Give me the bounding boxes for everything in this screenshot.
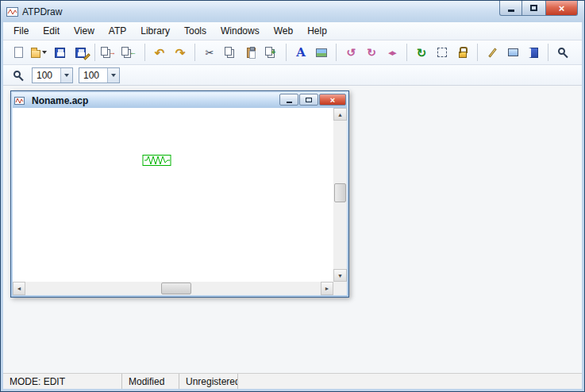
document-icon bbox=[14, 96, 25, 106]
mdi-area: Noname.acp × ▲ bbox=[3, 86, 582, 373]
maximize-icon bbox=[530, 5, 537, 11]
redo-button[interactable]: ↷ bbox=[170, 43, 191, 63]
drawing-canvas[interactable] bbox=[13, 108, 333, 282]
image-button[interactable] bbox=[311, 43, 332, 63]
zoom-magnifier-icon bbox=[10, 68, 26, 83]
minimize-button[interactable] bbox=[499, 1, 522, 16]
document-window-controls: × bbox=[279, 94, 346, 106]
edit-button[interactable] bbox=[482, 43, 502, 63]
save-icon bbox=[52, 45, 67, 60]
zoom-y-combo[interactable]: 100 bbox=[79, 67, 120, 83]
menubar: File Edit View ATP Library Tools Windows… bbox=[3, 22, 582, 40]
preview-button[interactable] bbox=[502, 43, 523, 63]
save-button[interactable] bbox=[49, 43, 70, 63]
flip-button[interactable]: ◀▶ bbox=[382, 43, 402, 63]
document-body: ▲ ▼ ◄ ► bbox=[13, 108, 347, 295]
copy-icon bbox=[222, 45, 238, 60]
zoom-x-combo[interactable]: 100 bbox=[32, 67, 73, 83]
scroll-right-icon[interactable]: ► bbox=[321, 282, 333, 295]
chevron-down-icon[interactable] bbox=[107, 68, 119, 83]
horizontal-scrollbar[interactable]: ◄ ► bbox=[13, 282, 333, 295]
close-button[interactable]: × bbox=[545, 1, 578, 16]
main-toolbar: → ← ↶ ↷ ✂ + A ↺ ↻ ◀▶ ↻ bbox=[3, 40, 582, 65]
document-title: Noname.acp bbox=[32, 95, 88, 106]
monitor-icon bbox=[505, 45, 521, 60]
menu-tools[interactable]: Tools bbox=[177, 23, 214, 39]
titlebar[interactable]: ATPDraw × bbox=[1, 1, 584, 22]
zoom-y-value: 100 bbox=[79, 68, 107, 83]
document-maximize-button[interactable] bbox=[299, 94, 318, 106]
menu-atp[interactable]: ATP bbox=[102, 23, 133, 39]
scroll-left-icon[interactable]: ◄ bbox=[13, 282, 25, 295]
client-area: File Edit View ATP Library Tools Windows… bbox=[3, 22, 582, 389]
export-button[interactable]: ← bbox=[120, 43, 140, 63]
horizontal-scroll-track[interactable] bbox=[25, 282, 321, 295]
toolbar-separator bbox=[548, 44, 548, 61]
document-minimize-button[interactable] bbox=[279, 94, 298, 106]
copy-button[interactable] bbox=[220, 43, 241, 63]
scroll-down-icon[interactable]: ▼ bbox=[333, 269, 347, 282]
minimize-icon bbox=[508, 10, 514, 12]
paste-button[interactable] bbox=[241, 43, 261, 63]
status-mode: MODE: EDIT bbox=[3, 374, 122, 389]
save-as-icon bbox=[72, 45, 88, 60]
menu-view[interactable]: View bbox=[67, 23, 102, 39]
document-window: Noname.acp × ▲ bbox=[10, 90, 349, 298]
rotate-left-icon: ↺ bbox=[343, 45, 359, 60]
select-region-button[interactable] bbox=[432, 43, 452, 63]
horizontal-scroll-thumb[interactable] bbox=[161, 282, 191, 294]
menu-file[interactable]: File bbox=[6, 23, 36, 39]
undo-icon: ↶ bbox=[152, 45, 167, 60]
undo-button[interactable]: ↶ bbox=[149, 43, 170, 63]
toolbar-separator bbox=[144, 44, 145, 61]
lock-icon bbox=[455, 45, 471, 60]
open-folder-icon bbox=[31, 45, 47, 60]
library-button[interactable] bbox=[523, 43, 544, 63]
zoom-button[interactable] bbox=[552, 43, 573, 63]
app-icon bbox=[6, 6, 18, 17]
selection-icon bbox=[434, 45, 450, 60]
pencil-icon bbox=[484, 45, 500, 60]
save-as-button[interactable] bbox=[70, 43, 90, 63]
text-button[interactable]: A bbox=[291, 43, 311, 63]
atpdraw-window: ATPDraw × File Edit View ATP Library Too… bbox=[0, 0, 585, 392]
vertical-scroll-track[interactable] bbox=[333, 121, 347, 269]
maximize-button[interactable] bbox=[522, 1, 545, 16]
image-icon bbox=[314, 45, 329, 60]
document-close-button[interactable]: × bbox=[319, 94, 346, 106]
duplicate-button[interactable]: + bbox=[261, 43, 282, 63]
menu-web[interactable]: Web bbox=[267, 23, 300, 39]
rotate-right-button[interactable]: ↻ bbox=[361, 43, 382, 63]
toolbar-separator bbox=[477, 44, 478, 61]
chevron-down-icon bbox=[42, 51, 47, 54]
rotate-right-icon: ↻ bbox=[364, 45, 379, 60]
window-controls: × bbox=[499, 1, 578, 16]
refresh-icon: ↻ bbox=[414, 45, 429, 60]
document-titlebar[interactable]: Noname.acp × bbox=[13, 93, 347, 108]
open-button[interactable] bbox=[29, 43, 49, 63]
cut-button[interactable]: ✂ bbox=[199, 43, 220, 63]
menu-edit[interactable]: Edit bbox=[36, 23, 67, 39]
resistor-component[interactable] bbox=[142, 152, 172, 168]
rotate-left-button[interactable]: ↺ bbox=[341, 43, 361, 63]
status-modified: Modified bbox=[122, 374, 179, 389]
scroll-up-icon[interactable]: ▲ bbox=[333, 108, 347, 121]
flip-icon: ◀▶ bbox=[384, 45, 400, 60]
vertical-scroll-thumb[interactable] bbox=[334, 183, 346, 202]
import-button[interactable]: → bbox=[99, 43, 120, 63]
menu-windows[interactable]: Windows bbox=[214, 23, 267, 39]
statusbar: MODE: EDIT Modified Unregistered bbox=[3, 373, 582, 389]
refresh-button[interactable]: ↻ bbox=[411, 43, 432, 63]
minimize-icon bbox=[287, 102, 292, 103]
chevron-down-icon[interactable] bbox=[60, 68, 72, 83]
toolbar-separator bbox=[94, 44, 95, 61]
vertical-scrollbar[interactable]: ▲ ▼ bbox=[333, 108, 347, 282]
menu-library[interactable]: Library bbox=[133, 23, 177, 39]
toolbar-separator bbox=[406, 44, 407, 61]
new-button[interactable] bbox=[8, 43, 29, 63]
zoom-x-value: 100 bbox=[33, 68, 60, 83]
magnifier-icon bbox=[555, 45, 571, 60]
menu-help[interactable]: Help bbox=[300, 23, 334, 39]
lock-button[interactable] bbox=[452, 43, 473, 63]
window-title: ATPDraw bbox=[22, 6, 62, 17]
